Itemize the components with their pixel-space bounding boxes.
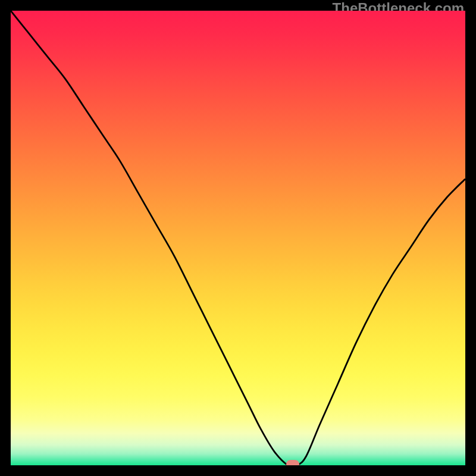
optimal-point-marker bbox=[286, 460, 299, 465]
bottleneck-chart bbox=[11, 11, 465, 465]
bottleneck-curve-path bbox=[11, 11, 465, 465]
chart-curve-layer bbox=[11, 11, 465, 465]
